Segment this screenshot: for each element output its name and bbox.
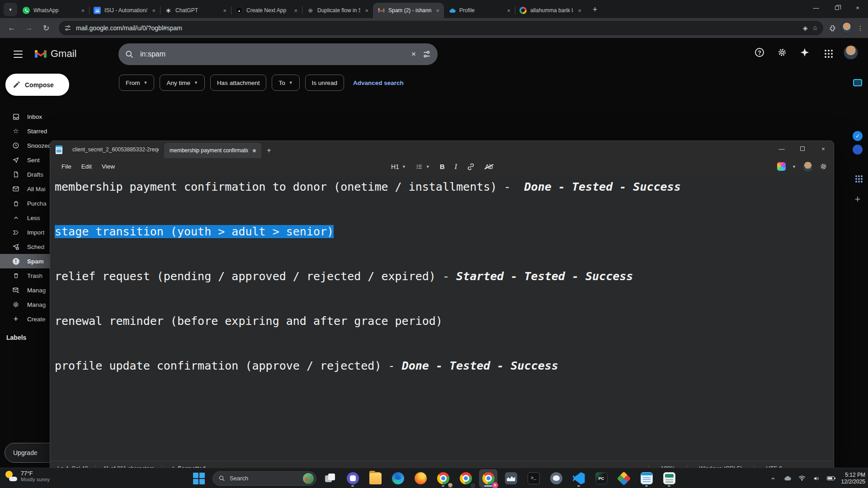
notepad-close-button[interactable]: × — [813, 141, 834, 156]
notepad-minimize-button[interactable]: — — [771, 141, 792, 156]
clear-formatting-icon[interactable]: Ab — [485, 163, 493, 170]
browser-tab-duplicate-flow[interactable]: Duplicate flow in Salesfor × — [302, 3, 373, 18]
notepad-titlebar[interactable]: client_secret_2_60053885332-2reqe52rribe… — [50, 141, 834, 158]
browser-tab-whatsapp[interactable]: WhatsApp × — [18, 3, 89, 18]
italic-button[interactable]: I — [455, 163, 457, 171]
browser-tab-create-next-app[interactable]: ▲ Create Next App × — [231, 3, 302, 18]
sidebar-item-create-label[interactable]: + Create — [0, 312, 50, 326]
notepad-settings-gear-icon[interactable] — [820, 163, 827, 170]
sidebar-item-spam[interactable]: ! Spam — [0, 254, 50, 268]
settings-gear-icon[interactable] — [776, 46, 788, 59]
filter-chip-from[interactable]: From▼ — [119, 75, 154, 91]
sidebar-item-scheduled[interactable]: Sched — [0, 239, 50, 254]
hidden-icons-chevron[interactable] — [769, 474, 777, 483]
list-dropdown[interactable]: ▼ — [416, 164, 430, 170]
insert-link-icon[interactable] — [467, 163, 475, 171]
site-settings-icon[interactable] — [64, 24, 71, 32]
edge-button[interactable] — [389, 469, 407, 488]
tab-close-icon[interactable]: × — [506, 7, 511, 14]
notepad-tab-membership-active[interactable]: membership payment confirmation — [164, 143, 261, 158]
firefox-button[interactable] — [411, 469, 429, 488]
forward-button[interactable]: → — [22, 21, 36, 35]
search-icon[interactable] — [125, 50, 134, 59]
sidebar-item-manage-labels[interactable]: Manag — [0, 297, 50, 312]
tab-close-icon[interactable]: × — [80, 7, 85, 14]
sidebar-item-trash[interactable]: Trash — [0, 268, 50, 283]
terminal-button[interactable]: >_ — [524, 469, 542, 488]
browser-tab-isij[interactable]: ISIJ - Automation/Flows S × — [89, 3, 160, 18]
sidebar-item-sent[interactable]: Sent — [0, 153, 50, 167]
gmail-search-bar[interactable]: in:spam × — [118, 43, 438, 65]
apps-grid-icon[interactable] — [852, 172, 863, 183]
tab-close-icon[interactable]: × — [435, 7, 440, 14]
tab-close-icon[interactable]: × — [577, 7, 582, 14]
notepad-maximize-button[interactable] — [792, 141, 813, 156]
sidebar-app-icon-2[interactable] — [852, 144, 863, 155]
back-button[interactable]: ← — [5, 21, 19, 35]
notepad-new-tab-button[interactable]: + — [261, 143, 277, 158]
window-restore-button[interactable] — [826, 0, 847, 15]
bold-button[interactable]: B — [440, 163, 445, 170]
heading-style-dropdown[interactable]: H1▼ — [391, 163, 406, 170]
copilot-icon[interactable] — [777, 162, 786, 171]
bookmark-star-icon[interactable]: ☆ — [812, 24, 818, 32]
sidebar-item-snoozed[interactable]: Snoozed — [0, 138, 50, 153]
sidebar-item-manage-subscriptions[interactable]: Manag — [0, 283, 50, 297]
taskbar-clock[interactable]: 5:12 PM 12/2/2025 — [841, 472, 865, 485]
chevron-down-icon[interactable]: ▼ — [792, 164, 796, 169]
filter-chip-to[interactable]: To▼ — [272, 75, 299, 91]
chrome-profile-active-button[interactable]: S — [479, 469, 497, 488]
address-bar[interactable]: mail.google.com/mail/u/0/?ogbl#spam ◈ ☆ — [59, 21, 823, 35]
tab-close-icon[interactable]: × — [293, 7, 298, 14]
sidebar-item-starred[interactable]: ☆ Starred — [0, 124, 50, 138]
notepad-taskbar-button[interactable] — [637, 469, 656, 488]
chrome-profile-1-button[interactable] — [434, 469, 452, 488]
start-button[interactable] — [190, 469, 208, 488]
tab-close-icon[interactable]: × — [222, 7, 227, 14]
reload-button[interactable]: ↻ — [39, 21, 53, 35]
taskbar-search-box[interactable]: Search — [212, 471, 316, 486]
notepad-account-avatar[interactable] — [802, 161, 813, 172]
extensions-puzzle-icon[interactable] — [829, 24, 836, 32]
postgresql-button[interactable] — [547, 469, 565, 488]
file-explorer-button[interactable] — [366, 469, 384, 488]
url-text[interactable]: mail.google.com/mail/u/0/?ogbl#spam — [76, 24, 798, 32]
volume-icon[interactable] — [812, 474, 821, 483]
task-view-button[interactable] — [321, 469, 339, 488]
battery-icon[interactable] — [827, 474, 835, 483]
taskbar-weather-widget[interactable]: 77°F Mostly sunny — [5, 470, 50, 483]
tab-close-icon[interactable]: × — [151, 7, 156, 14]
advanced-search-link[interactable]: Advanced search — [353, 80, 404, 86]
browser-tab-profile[interactable]: Profile × — [444, 3, 515, 18]
browser-tab-spam-active[interactable]: Spam (2) - ishann.tforce@ × — [373, 3, 444, 18]
sidebar-app-icon-1[interactable] — [852, 77, 863, 89]
pycharm-button[interactable]: PC — [592, 469, 610, 488]
tasks-check-circle-icon[interactable]: ✓ — [852, 130, 863, 142]
tab-close-icon[interactable]: × — [364, 7, 369, 14]
text-editor-area[interactable]: membership payment confirmation to donor… — [50, 175, 834, 461]
window-minimize-button[interactable]: — — [806, 0, 826, 15]
wifi-icon[interactable] — [798, 474, 806, 483]
main-menu-hamburger-icon[interactable] — [11, 47, 25, 61]
filter-chip-has-attachment[interactable]: Has attachment — [210, 75, 267, 91]
compose-button[interactable]: Compose — [5, 74, 69, 96]
sidebar-item-drafts[interactable]: Drafts — [0, 167, 50, 182]
tab-search-button[interactable]: ▾ — [4, 3, 17, 16]
sidebar-item-less[interactable]: Less — [0, 211, 50, 225]
gemini-sparkle-icon[interactable] — [798, 46, 811, 59]
page-action-icon[interactable]: ◈ — [803, 24, 808, 32]
sidebar-item-important[interactable]: Import — [0, 225, 50, 239]
filter-chip-any-time[interactable]: Any time▼ — [160, 75, 204, 91]
add-sidebar-app-icon[interactable]: + — [852, 193, 863, 205]
filter-chip-is-unread[interactable]: Is unread — [305, 75, 344, 91]
menu-file[interactable]: File — [57, 161, 76, 172]
diagram-app-button[interactable] — [615, 469, 633, 488]
sidebar-item-inbox[interactable]: Inbox — [0, 109, 50, 124]
system-monitor-button[interactable] — [502, 469, 520, 488]
tray-cloud-icon[interactable] — [783, 474, 792, 483]
taskpro-button[interactable] — [660, 469, 678, 488]
browser-menu-kebab-icon[interactable]: ⋮ — [857, 24, 863, 32]
video-app-button[interactable] — [344, 469, 362, 488]
new-tab-button[interactable]: + — [589, 3, 601, 16]
sidebar-item-purchases[interactable]: Purcha — [0, 196, 50, 211]
